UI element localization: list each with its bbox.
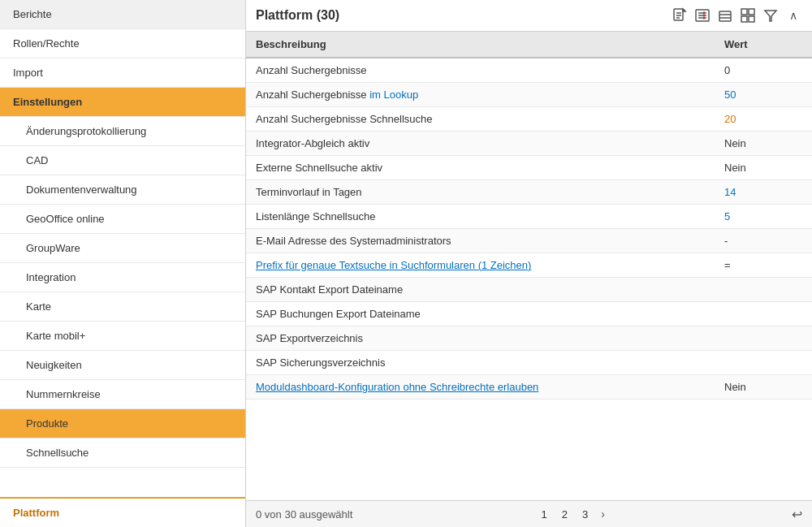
table-row: Terminvorlauf in Tagen14 <box>246 180 812 205</box>
sidebar-item-einstellungen[interactable]: Einstellungen <box>0 88 245 117</box>
cell-wert: Nein <box>715 375 812 400</box>
selection-count: 0 von 30 ausgewählt <box>256 508 352 521</box>
cell-beschreibung: SAP Exportverzeichnis <box>246 326 715 351</box>
sidebar-item-karte[interactable]: Karte <box>0 292 245 322</box>
sidebar-item-nummernkreise[interactable]: Nummernkreise <box>0 380 245 409</box>
page-2[interactable]: 2 <box>557 507 572 522</box>
cell-wert <box>715 302 812 326</box>
sidebar-item-geooffice-online[interactable]: GeoOffice online <box>0 205 245 234</box>
cell-wert: = <box>715 253 812 278</box>
data-table: Beschreibung Wert Anzahl Suchergebnisse0… <box>246 32 812 400</box>
sidebar-item-neuigkeiten[interactable]: Neuigkeiten <box>0 351 245 380</box>
sidebar-item-dokumentenverwaltung[interactable]: Dokumentenverwaltung <box>0 175 245 205</box>
new-icon[interactable] <box>671 6 689 24</box>
cell-beschreibung: E-Mail Adresse des Systemadministrators <box>246 229 715 253</box>
sidebar-item-groupware[interactable]: GroupWare <box>0 234 245 263</box>
cell-wert <box>715 326 812 351</box>
page-3[interactable]: 3 <box>577 507 593 522</box>
cell-beschreibung: SAP Kontakt Export Dateiname <box>246 278 715 302</box>
cell-beschreibung: Anzahl Suchergebnisse Schnellsuche <box>246 107 715 132</box>
col-header-wert: Wert <box>715 32 812 58</box>
cell-wert: Nein <box>715 156 812 180</box>
table-row: Anzahl Suchergebnisse im Lookup50 <box>246 83 812 107</box>
table-row: Externe Schnellsuche aktivNein <box>246 156 812 180</box>
svg-rect-17 <box>749 9 754 15</box>
table-row: SAP Sicherungsverzeichnis <box>246 351 812 375</box>
table-row: Integrator-Abgleich aktivNein <box>246 132 812 156</box>
list-icon[interactable] <box>716 6 734 24</box>
data-table-container: Beschreibung Wert Anzahl Suchergebnisse0… <box>246 32 812 500</box>
main-header: Plattform (30) <box>246 0 812 32</box>
cell-wert: 5 <box>715 205 812 229</box>
sidebar-item-plattform[interactable]: Plattform <box>0 499 245 527</box>
main-footer: 0 von 30 ausgewählt 1 2 3 › ↩ <box>246 500 812 527</box>
table-row: Anzahl Suchergebnisse Schnellsuche20 <box>246 107 812 132</box>
cell-beschreibung: Anzahl Suchergebnisse im Lookup <box>246 83 715 107</box>
table-row: Listenlänge Schnellsuche5 <box>246 205 812 229</box>
table-row: Prefix für genaue Textsuche in Suchformu… <box>246 253 812 278</box>
table-row: Moduldashboard-Konfiguration ohne Schrei… <box>246 375 812 400</box>
sidebar-item-integration[interactable]: Integration <box>0 263 245 292</box>
cell-beschreibung: Externe Schnellsuche aktiv <box>246 156 715 180</box>
sidebar-item-cad[interactable]: CAD <box>0 146 245 175</box>
col-header-beschreibung: Beschreibung <box>246 32 715 58</box>
cell-beschreibung: SAP Sicherungsverzeichnis <box>246 351 715 375</box>
sidebar-item-karte-mobil[interactable]: Karte mobil+ <box>0 322 245 351</box>
sidebar-item-berichte[interactable]: Berichte <box>0 0 245 29</box>
filter2-icon[interactable] <box>693 6 711 24</box>
back-icon[interactable]: ↩ <box>792 507 802 522</box>
sidebar-item-schnellsuche[interactable]: Schnellsuche <box>0 438 245 468</box>
cell-wert <box>715 278 812 302</box>
page-1[interactable]: 1 <box>536 507 551 522</box>
cell-beschreibung: SAP Buchungen Export Dateiname <box>246 302 715 326</box>
cell-beschreibung: Prefix für genaue Textsuche in Suchformu… <box>246 253 715 278</box>
svg-rect-18 <box>741 16 747 22</box>
table-row: SAP Exportverzeichnis <box>246 326 812 351</box>
main-panel: Plattform (30) <box>246 0 812 527</box>
sidebar-item-produkte[interactable]: Produkte <box>0 409 245 438</box>
svg-rect-0 <box>674 9 683 20</box>
cell-beschreibung: Integrator-Abgleich aktiv <box>246 132 715 156</box>
cell-beschreibung: Moduldashboard-Konfiguration ohne Schrei… <box>246 375 715 400</box>
cell-wert <box>715 351 812 375</box>
svg-rect-19 <box>749 16 754 22</box>
table-row: E-Mail Adresse des Systemadministrators- <box>246 229 812 253</box>
cell-wert: 14 <box>715 180 812 205</box>
cell-wert: 20 <box>715 107 812 132</box>
cell-wert: Nein <box>715 132 812 156</box>
cell-wert: 50 <box>715 83 812 107</box>
cell-wert: - <box>715 229 812 253</box>
cell-beschreibung: Anzahl Suchergebnisse <box>246 58 715 83</box>
svg-rect-16 <box>741 9 747 15</box>
table-row: SAP Buchungen Export Dateiname <box>246 302 812 326</box>
cell-wert: 0 <box>715 58 812 83</box>
header-toolbar: ∧ <box>671 6 802 24</box>
next-page-button[interactable]: › <box>598 506 608 522</box>
page-title: Plattform (30) <box>256 8 339 23</box>
sidebar-item-import[interactable]: Import <box>0 58 245 88</box>
cell-beschreibung: Listenlänge Schnellsuche <box>246 205 715 229</box>
chart-icon[interactable] <box>739 6 757 24</box>
pagination: 1 2 3 › <box>536 506 607 522</box>
svg-marker-20 <box>765 11 776 21</box>
sidebar-item-rollen-rechte[interactable]: Rollen/Rechte <box>0 29 245 58</box>
table-row: Anzahl Suchergebnisse0 <box>246 58 812 83</box>
sidebar: Berichte Rollen/Rechte Import Einstellun… <box>0 0 246 527</box>
sidebar-item-aenderungsprotokollierung[interactable]: Änderungsprotokollierung <box>0 117 245 146</box>
cell-beschreibung: Terminvorlauf in Tagen <box>246 180 715 205</box>
table-row: SAP Kontakt Export Dateiname <box>246 278 812 302</box>
filter-icon[interactable] <box>762 6 780 24</box>
collapse-icon[interactable]: ∧ <box>784 7 802 24</box>
